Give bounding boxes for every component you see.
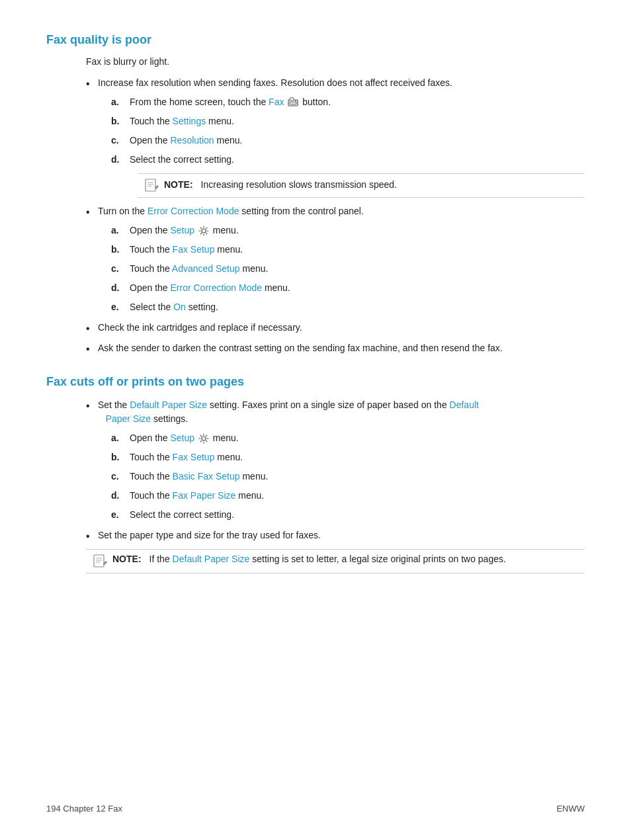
note-box-2: NOTE: If the Default Paper Size setting … [86,549,585,573]
sub-2c: c. Touch the Advanced Setup menu. [111,262,585,276]
fax-icon [288,97,298,108]
s2-sub-label-1c: c. [111,470,130,483]
bullet-2-text: Turn on the Error Correction Mode settin… [98,206,364,216]
footer-left: 194 Chapter 12 Fax [46,804,122,814]
s2-sub-label-1a: a. [111,431,130,445]
s2-sub-label-1b: b. [111,450,130,464]
bullet-3: Check the ink cartridges and replace if … [86,321,585,335]
default-paper-size-link-note[interactable]: Default Paper Size [173,554,250,564]
note-1-label: NOTE: [164,178,193,192]
setup-icon-2a [198,226,209,236]
sub-2e-text: Select the On setting. [130,300,218,314]
sub-label-2d: d. [111,281,130,295]
s2-sub-1c-text: Touch the Basic Fax Setup menu. [130,470,268,483]
error-correction-mode-link-2d[interactable]: Error Correction Mode [171,282,263,293]
section2-title: Fax cuts off or prints on two pages [46,375,585,389]
sub-label-1b: b. [111,114,130,128]
setup-icon-s2a [198,433,209,444]
svg-rect-2 [290,102,296,105]
sub-2d-text: Open the Error Correction Mode menu. [130,281,290,295]
setup-link-2a[interactable]: Setup [171,225,195,235]
basic-fax-setup-link[interactable]: Basic Fax Setup [173,471,240,482]
fax-paper-size-link[interactable]: Fax Paper Size [173,490,236,501]
sub-1c: c. Open the Resolution menu. [111,134,585,147]
svg-point-3 [295,101,296,102]
fax-setup-link-2b[interactable]: Fax Setup [173,244,215,255]
sub-label-1c: c. [111,134,130,147]
sub-label-1a: a. [111,95,130,109]
s2-sub-1d: d. Touch the Fax Paper Size menu. [111,489,585,503]
sub-1d: d. Select the correct setting. [111,153,585,167]
s2-sub-label-1e: e. [111,508,130,522]
bullet-4-text: Ask the sender to darken the contrast se… [98,343,503,353]
sub-2e: e. Select the On setting. [111,300,585,314]
sub-1a-text: From the home screen, touch the Fax butt… [130,95,331,109]
sub-list-1: a. From the home screen, touch the Fax b… [111,95,585,167]
note-2-label: NOTE: [112,554,142,564]
sub-label-2b: b. [111,243,130,257]
svg-rect-1 [290,98,294,101]
s2-sub-1b: b. Touch the Fax Setup menu. [111,450,585,464]
error-correction-mode-link-1[interactable]: Error Correction Mode [147,206,239,216]
s2-sub-1d-text: Touch the Fax Paper Size menu. [130,489,264,503]
s2-sub-list-1: a. Open the Setup menu. b. Touch the Fax… [111,431,585,522]
note-box-1: NOTE: Increasing resolution slows transm… [138,173,585,198]
sub-2b: b. Touch the Fax Setup menu. [111,243,585,257]
section1-intro: Fax is blurry or light. [86,56,585,67]
settings-link[interactable]: Settings [173,116,206,126]
note-1-text: Increasing resolution slows transmission… [201,178,397,192]
s2-sub-1c: c. Touch the Basic Fax Setup menu. [111,470,585,483]
sub-1d-text: Select the correct setting. [130,153,234,167]
s2-bullet-2: Set the paper type and size for the tray… [86,528,585,542]
advanced-setup-link[interactable]: Advanced Setup [172,263,240,274]
sub-label-2e: e. [111,300,130,314]
bullet-1-text: Increase fax resolution when sending fax… [98,77,452,88]
note-icon-2 [93,554,107,569]
sub-1a: a. From the home screen, touch the Fax b… [111,95,585,109]
section2-bullet-list: Set the Default Paper Size setting. Faxe… [86,398,585,542]
s2-sub-1a-text: Open the Setup menu. [130,431,239,445]
svg-point-9 [202,437,206,441]
s2-sub-1e: e. Select the correct setting. [111,508,585,522]
bullet-1: Increase fax resolution when sending fax… [86,76,585,198]
resolution-link[interactable]: Resolution [171,135,214,146]
sub-label-1d: d. [111,153,130,167]
sub-2b-text: Touch the Fax Setup menu. [130,243,243,257]
default-paper-size-link-1[interactable]: Default Paper Size [130,399,207,410]
sub-label-2c: c. [111,262,130,276]
sub-1b-text: Touch the Settings menu. [130,114,234,128]
svg-point-8 [202,229,206,233]
sub-2a: a. Open the Setup menu. [111,224,585,237]
note-icon-1 [144,179,159,193]
s2-bullet-2-text: Set the paper type and size for the tray… [98,530,321,540]
fax-link-1a[interactable]: Fax [269,97,284,107]
bullet-3-text: Check the ink cartridges and replace if … [98,322,302,333]
sub-2d: d. Open the Error Correction Mode menu. [111,281,585,295]
section1-title: Fax quality is poor [46,33,585,47]
bullet-2: Turn on the Error Correction Mode settin… [86,204,585,314]
bullet-4: Ask the sender to darken the contrast se… [86,341,585,355]
s2-sub-1e-text: Select the correct setting. [130,508,234,522]
s2-sub-1b-text: Touch the Fax Setup menu. [130,450,243,464]
footer: 194 Chapter 12 Fax ENWW [46,804,585,814]
sub-1c-text: Open the Resolution menu. [130,134,242,147]
sub-1b: b. Touch the Settings menu. [111,114,585,128]
footer-right: ENWW [556,804,585,814]
sub-2a-text: Open the Setup menu. [130,224,239,237]
on-link[interactable]: On [173,302,186,312]
s2-bullet-1-text: Set the Default Paper Size setting. Faxe… [98,399,479,424]
sub-list-2: a. Open the Setup menu. b. Touch the Fax… [111,224,585,314]
section1-bullet-list: Increase fax resolution when sending fax… [86,76,585,355]
svg-rect-4 [146,179,155,191]
svg-rect-10 [94,555,104,567]
s2-bullet-1: Set the Default Paper Size setting. Faxe… [86,398,585,522]
sub-2c-text: Touch the Advanced Setup menu. [130,262,268,276]
setup-link-s2a[interactable]: Setup [171,433,195,443]
note-2-text: If the Default Paper Size setting is set… [149,554,506,564]
s2-sub-1a: a. Open the Setup menu. [111,431,585,445]
fax-setup-link-s2b[interactable]: Fax Setup [173,452,215,462]
s2-sub-label-1d: d. [111,489,130,503]
sub-label-2a: a. [111,224,130,237]
